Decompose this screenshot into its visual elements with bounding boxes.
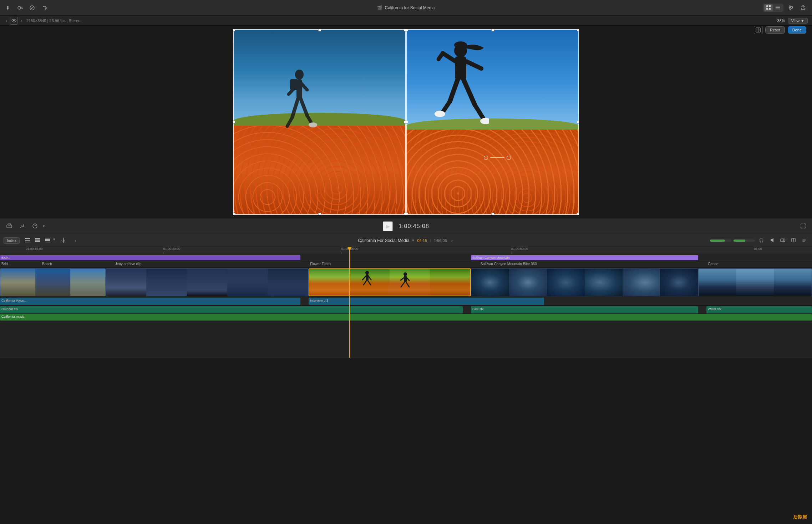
svg-rect-48 [25,240,30,241]
headphones-btn[interactable]: 🎧 [757,237,766,243]
timeline-zoom-mid[interactable] [33,237,42,244]
toolbar-center: 🎬 California for Social Media [377,5,435,10]
svg-line-36 [443,53,456,61]
clip-jetty[interactable] [106,268,309,296]
svg-line-42 [475,105,484,119]
transform-toggle-btn[interactable] [754,26,762,34]
ruler-mark-2: 01:00:40:00 [163,247,181,251]
key-icon[interactable] [16,4,24,11]
dropdown-chevron[interactable]: ▾ [43,224,45,228]
timeline-area: 01:00:35:00 01:00:40:00 01:00:45:00 01:0… [0,247,812,358]
svg-line-26 [301,84,307,90]
preview-container [233,29,579,215]
timeline-nav-right[interactable]: › [450,237,454,244]
svg-point-15 [789,5,791,7]
clip-flower-fields[interactable] [309,268,471,296]
solo-btn[interactable] [778,237,787,244]
project-icon: 🎬 [377,5,382,10]
overflow-btn[interactable] [800,237,808,244]
timeline-zoom-out[interactable] [43,237,52,244]
fullscreen-btn[interactable] [798,222,808,230]
forward-icon[interactable] [41,4,48,11]
svg-rect-11 [776,9,780,9]
audio-meter-right [734,240,755,242]
svg-point-43 [435,111,445,117]
preview-area [0,26,812,218]
clip-canoe[interactable] [698,268,812,296]
blade-tool[interactable] [59,237,68,245]
project-title: California for Social Media [385,5,435,10]
audio-meter-left [710,240,731,242]
eye-icon[interactable] [10,17,18,25]
svg-point-32 [309,122,317,127]
zoom-level: 38% [777,19,785,23]
svg-rect-52 [35,238,40,239]
svg-point-64 [365,271,369,274]
scroll-left-btn[interactable]: ‹ [73,238,78,243]
spine-bar-left: EXP... [0,255,300,260]
svg-rect-50 [25,242,30,242]
check-icon[interactable] [29,4,36,11]
svg-rect-8 [769,8,771,10]
svg-line-41 [463,79,475,105]
done-btn[interactable]: Done [788,26,806,34]
speed-btn[interactable] [30,222,40,231]
sullivan-canyon-label: Sullivan Canyon Mountain [471,255,511,260]
dropdown-arrow[interactable]: ▾ [412,238,414,243]
clip-sullivan[interactable] [471,268,698,296]
next-nav-btn[interactable]: › [19,17,24,24]
top-toolbar: ⬇ 🎬 California for Social Media [0,0,812,16]
clip-label-flower: Flower Fields [309,261,333,268]
svg-line-37 [438,53,443,59]
prev-nav-btn[interactable]: ‹ [4,17,9,24]
import-icon[interactable]: ⬇ [4,4,11,11]
clip-label-sullivan: Sullivan Canyon Mountain Bike 360 [479,261,538,268]
timeline-toolbar: Index ▾ [0,234,812,247]
timeline-zoom-in[interactable] [23,237,32,244]
transform-anchor[interactable] [484,156,511,160]
toolbar-left: ⬇ [4,4,48,11]
clip-outdoor-sfx[interactable]: Outdoor sfx [0,306,463,313]
snap-btn[interactable] [4,222,14,231]
total-timecode: 1:56:06 [434,238,447,243]
preview-controls-right [798,222,808,230]
toolbar-right [763,4,808,12]
clip-water-sfx[interactable]: Water sfx [706,306,812,313]
layout-toggle [763,4,783,12]
svg-line-69 [368,281,371,285]
clip-label-canoe: Canoe [706,261,720,268]
layout-list-btn[interactable] [773,4,782,11]
timeline-center: California For Social Media ▾ 04:15 / 1:… [358,237,454,244]
share-btn[interactable] [798,4,808,12]
svg-rect-7 [766,8,768,10]
skimmer-btn[interactable] [789,237,798,244]
reset-btn[interactable]: Reset [765,26,785,34]
svg-line-38 [466,61,481,69]
clip-california-voice[interactable]: California Voice... [0,298,300,305]
clip-california-music[interactable]: California music [0,314,812,321]
clip-bike-sfx[interactable]: Bike sfx [471,306,698,313]
play-button[interactable]: ▶ [383,221,393,231]
svg-rect-65 [366,274,369,281]
layout-grid-btn[interactable] [764,4,773,11]
svg-line-73 [407,278,409,281]
svg-point-17 [790,8,791,9]
view-dropdown[interactable]: ▾ [53,237,55,244]
audio-track-voice: California Voice... Interview pt3 [0,297,812,306]
music-track: California music [0,313,812,321]
video-track [0,268,812,297]
person-left-silhouette [281,66,317,137]
svg-rect-6 [769,5,771,7]
svg-point-70 [404,272,407,276]
settings-btn[interactable] [786,4,796,12]
clip-beach[interactable] [0,268,106,296]
mute-btn[interactable] [768,237,776,244]
clip-interview-pt3[interactable]: Interview pt3 [309,298,544,305]
index-btn[interactable]: Index [4,237,20,244]
svg-point-23 [295,70,304,80]
tool-btn[interactable] [17,222,27,231]
view-btn[interactable]: View ▼ [788,18,808,24]
video-right [406,29,579,215]
svg-rect-51 [35,240,40,241]
video-left [233,29,406,215]
